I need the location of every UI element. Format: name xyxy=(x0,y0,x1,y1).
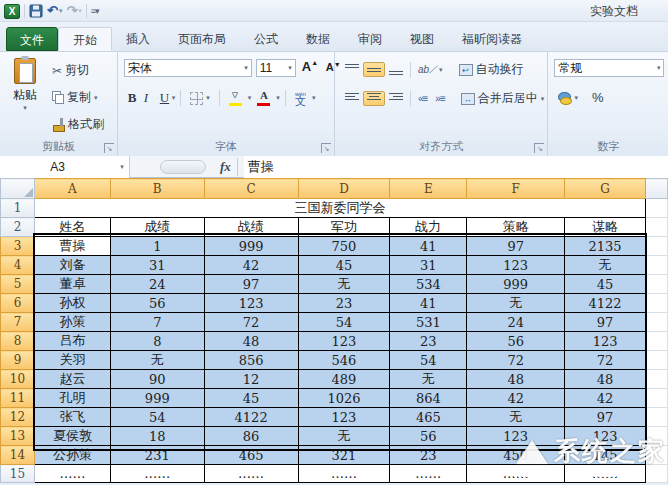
cell-G11[interactable]: 42 xyxy=(565,389,646,408)
accounting-format-button[interactable]: ▾ xyxy=(554,89,582,106)
cell-B11[interactable]: 999 xyxy=(110,389,204,408)
underline-button[interactable]: U xyxy=(156,88,170,108)
cell-B4[interactable]: 31 xyxy=(110,256,204,275)
cell-A2[interactable]: 姓名 xyxy=(34,218,110,237)
cell-D8[interactable]: 123 xyxy=(298,332,390,351)
format-painter-button[interactable]: 格式刷 xyxy=(48,114,108,135)
excel-logo-icon[interactable]: X xyxy=(4,4,20,19)
cell-F11[interactable]: 42 xyxy=(467,389,565,408)
cell-A15[interactable]: …… xyxy=(34,465,110,483)
cell-B8[interactable]: 8 xyxy=(110,332,204,351)
cell-H10[interactable] xyxy=(645,370,667,389)
cell-E5[interactable]: 534 xyxy=(390,275,467,294)
row-header-2[interactable]: 2 xyxy=(1,218,35,237)
tab-开始[interactable]: 开始 xyxy=(58,27,112,51)
cell-E11[interactable]: 864 xyxy=(390,389,467,408)
cell-E15[interactable]: …… xyxy=(390,465,467,483)
dialog-launcher-icon[interactable]: ↘ xyxy=(104,143,114,153)
cell-B5[interactable]: 24 xyxy=(110,275,204,294)
cell-F5[interactable]: 999 xyxy=(467,275,565,294)
cell-D3[interactable]: 750 xyxy=(298,237,390,256)
cell-G9[interactable]: 72 xyxy=(565,351,646,370)
cell-F2[interactable]: 策略 xyxy=(467,218,565,237)
align-middle-button[interactable] xyxy=(363,62,385,77)
cell-D2[interactable]: 军功 xyxy=(298,218,390,237)
cell-C6[interactable]: 123 xyxy=(204,294,298,313)
cell-C8[interactable]: 48 xyxy=(204,332,298,351)
cell-D6[interactable]: 23 xyxy=(298,294,390,313)
cell-D14[interactable]: 321 xyxy=(298,446,390,465)
row-header-12[interactable]: 12 xyxy=(1,408,35,427)
cell-F3[interactable]: 97 xyxy=(467,237,565,256)
cell-A8[interactable]: 吕布 xyxy=(34,332,110,351)
tab-页面布局[interactable]: 页面布局 xyxy=(164,27,240,51)
cell-A6[interactable]: 孙权 xyxy=(34,294,110,313)
wrap-text-button[interactable]: ↩自动换行 xyxy=(455,59,528,80)
borders-button[interactable]: ▾ xyxy=(186,90,214,107)
tab-审阅[interactable]: 审阅 xyxy=(344,27,396,51)
cell-D9[interactable]: 546 xyxy=(298,351,390,370)
paste-button[interactable]: 粘贴 ▾ xyxy=(6,58,44,130)
cell-F12[interactable]: 无 xyxy=(467,408,565,427)
fill-color-button[interactable]: 🜄 xyxy=(225,88,246,108)
tab-file[interactable]: 文件 xyxy=(6,27,58,51)
cell-H9[interactable] xyxy=(645,351,667,370)
cell-G2[interactable]: 谋略 xyxy=(565,218,646,237)
cell-H4[interactable] xyxy=(645,256,667,275)
row-header-3[interactable]: 3 xyxy=(1,237,35,256)
cell-E3[interactable]: 41 xyxy=(390,237,467,256)
cell-C7[interactable]: 72 xyxy=(204,313,298,332)
grow-font-button[interactable]: A▲ xyxy=(302,59,318,74)
row-header-10[interactable]: 10 xyxy=(1,370,35,389)
tab-视图[interactable]: 视图 xyxy=(396,27,448,51)
column-header-G[interactable]: G xyxy=(565,179,646,199)
row-header-4[interactable]: 4 xyxy=(1,256,35,275)
cell-B10[interactable]: 90 xyxy=(110,370,204,389)
cell-B3[interactable]: 1 xyxy=(110,237,204,256)
cell-C5[interactable]: 97 xyxy=(204,275,298,294)
select-all-corner[interactable] xyxy=(1,179,35,199)
cell-F13[interactable]: 123 xyxy=(467,427,565,446)
cell-F7[interactable]: 24 xyxy=(467,313,565,332)
orientation-button[interactable]: ab⟋▾ xyxy=(414,62,447,78)
font-size-select[interactable]: 11▾ xyxy=(256,59,296,77)
cell-B14[interactable]: 231 xyxy=(110,446,204,465)
cell-G4[interactable]: 无 xyxy=(565,256,646,275)
cell-H16[interactable] xyxy=(645,483,667,484)
align-center-button[interactable] xyxy=(363,91,385,106)
column-header-F[interactable]: F xyxy=(467,179,565,199)
row-header-8[interactable]: 8 xyxy=(1,332,35,351)
cell-B12[interactable]: 54 xyxy=(110,408,204,427)
insert-function-button[interactable]: fx xyxy=(220,159,231,175)
phonetic-guide-button[interactable]: wén文 xyxy=(291,89,310,107)
cell-G5[interactable]: 45 xyxy=(565,275,646,294)
column-header-D[interactable]: D xyxy=(298,179,390,199)
cell-H3[interactable] xyxy=(645,237,667,256)
cell-G10[interactable]: 48 xyxy=(565,370,646,389)
number-format-select[interactable]: 常规▾ xyxy=(554,59,664,77)
cell-C2[interactable]: 战绩 xyxy=(204,218,298,237)
cell-G12[interactable]: 97 xyxy=(565,408,646,427)
cut-button[interactable]: ✂剪切 xyxy=(48,60,108,81)
cell-C13[interactable]: 86 xyxy=(204,427,298,446)
cell-F8[interactable]: 56 xyxy=(467,332,565,351)
cell-A9[interactable]: 关羽 xyxy=(34,351,110,370)
cell-D13[interactable]: 无 xyxy=(298,427,390,446)
cell-D11[interactable]: 1026 xyxy=(298,389,390,408)
cell-D4[interactable]: 45 xyxy=(298,256,390,275)
row-header-14[interactable]: 14 xyxy=(1,446,35,465)
column-header-B[interactable]: B xyxy=(110,179,204,199)
cell-E16[interactable] xyxy=(390,483,467,484)
cell-A16[interactable] xyxy=(34,483,110,484)
tab-插入[interactable]: 插入 xyxy=(112,27,164,51)
cell-B16[interactable] xyxy=(110,483,204,484)
chevron-down-icon[interactable]: ▾ xyxy=(276,94,280,102)
cell-A10[interactable]: 赵云 xyxy=(34,370,110,389)
align-left-button[interactable] xyxy=(341,91,363,106)
cell-G13[interactable]: 123 xyxy=(565,427,646,446)
bold-button[interactable]: B xyxy=(124,88,138,108)
cell-D10[interactable]: 489 xyxy=(298,370,390,389)
cell-D15[interactable]: …… xyxy=(298,465,390,483)
save-button[interactable] xyxy=(29,4,43,18)
cell-F10[interactable]: 48 xyxy=(467,370,565,389)
